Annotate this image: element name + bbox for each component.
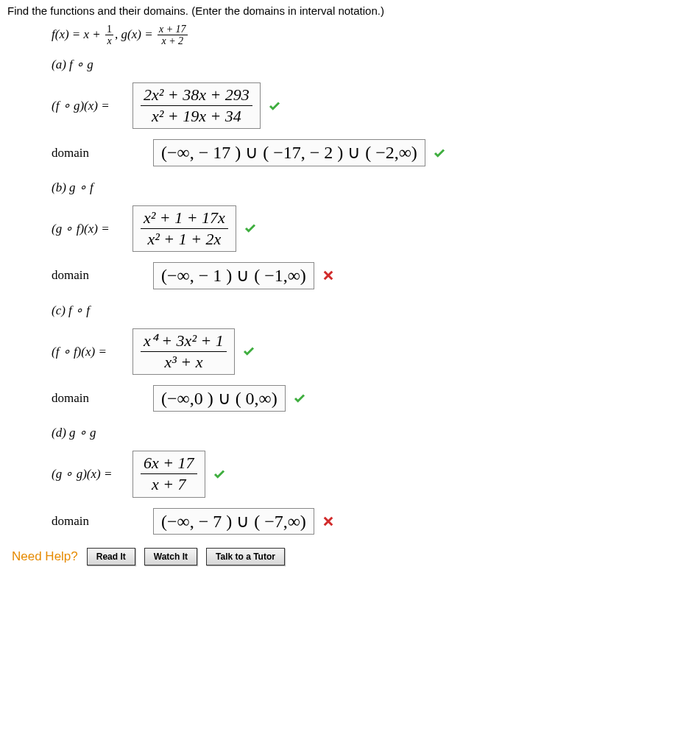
g-fraction: x + 17x + 2	[158, 24, 188, 46]
part-a-expr-lhs: (f ∘ g)(x) =	[52, 98, 132, 113]
f-definition-lhs: f(x) = x +	[52, 27, 104, 41]
part-b-domain-answer[interactable]: (−∞, − 1 ) ∪ ( −1,∞)	[153, 262, 314, 289]
g-definition-lhs: g(x) =	[121, 27, 156, 41]
part-a: (a) f ∘ g (f ∘ g)(x) = 2x² + 38x + 293 x…	[52, 57, 693, 166]
check-icon	[244, 222, 257, 235]
part-a-domain-label: domain	[52, 146, 132, 161]
part-c-expr-fraction: x⁴ + 3x² + 1 x³ + x	[141, 332, 227, 371]
part-d-domain-answer[interactable]: (−∞, − 7 ) ∪ ( −7,∞)	[153, 508, 314, 535]
part-b-expr-lhs: (g ∘ f)(x) =	[52, 221, 132, 236]
question-prompt: Find the functions and their domains. (E…	[7, 4, 693, 17]
part-c: (c) f ∘ f (f ∘ f)(x) = x⁴ + 3x² + 1 x³ +…	[52, 303, 693, 412]
part-a-expr-answer[interactable]: 2x² + 38x + 293 x² + 19x + 34	[132, 82, 261, 129]
part-d-expr-answer[interactable]: 6x + 17 x + 7	[132, 451, 205, 497]
talk-to-tutor-button[interactable]: Talk to a Tutor	[206, 548, 285, 566]
part-d-expr-lhs: (g ∘ g)(x) =	[52, 466, 132, 482]
check-icon	[213, 468, 226, 481]
part-c-domain-label: domain	[52, 391, 132, 406]
part-c-domain-answer[interactable]: (−∞,0 ) ∪ ( 0,∞)	[153, 385, 286, 412]
part-d: (d) g ∘ g (g ∘ g)(x) = 6x + 17 x + 7 dom…	[52, 425, 693, 535]
part-a-expr-fraction: 2x² + 38x + 293 x² + 19x + 34	[141, 86, 252, 125]
cross-icon	[322, 269, 335, 282]
cross-icon	[322, 515, 335, 528]
part-c-expr-answer[interactable]: x⁴ + 3x² + 1 x³ + x	[132, 328, 235, 375]
function-separator: ,	[115, 27, 121, 41]
part-b-expr-fraction: x² + 1 + 17x x² + 1 + 2x	[141, 209, 228, 248]
part-b-expr-answer[interactable]: x² + 1 + 17x x² + 1 + 2x	[132, 205, 236, 252]
check-icon	[433, 147, 446, 160]
part-a-label: (a) f ∘ g	[52, 57, 693, 72]
need-help-bar: Need Help? Read It Watch It Talk to a Tu…	[12, 548, 693, 566]
read-it-button[interactable]: Read It	[87, 548, 135, 566]
part-b: (b) g ∘ f (g ∘ f)(x) = x² + 1 + 17x x² +…	[52, 180, 693, 289]
check-icon	[242, 345, 255, 358]
given-functions: f(x) = x + 1x, g(x) = x + 17x + 2	[52, 24, 693, 46]
part-c-label: (c) f ∘ f	[52, 303, 693, 318]
part-d-domain-label: domain	[52, 514, 132, 529]
part-d-label: (d) g ∘ g	[52, 425, 693, 440]
part-c-expr-lhs: (f ∘ f)(x) =	[52, 344, 132, 359]
part-b-label: (b) g ∘ f	[52, 180, 693, 195]
part-a-domain-answer[interactable]: (−∞, − 17 ) ∪ ( −17, − 2 ) ∪ ( −2,∞)	[153, 139, 425, 166]
check-icon	[268, 99, 281, 113]
part-b-domain-label: domain	[52, 268, 132, 283]
need-help-label: Need Help?	[12, 549, 78, 564]
check-icon	[293, 392, 306, 405]
f-fraction: 1x	[105, 24, 113, 46]
watch-it-button[interactable]: Watch It	[144, 548, 197, 566]
part-d-expr-fraction: 6x + 17 x + 7	[141, 454, 197, 493]
